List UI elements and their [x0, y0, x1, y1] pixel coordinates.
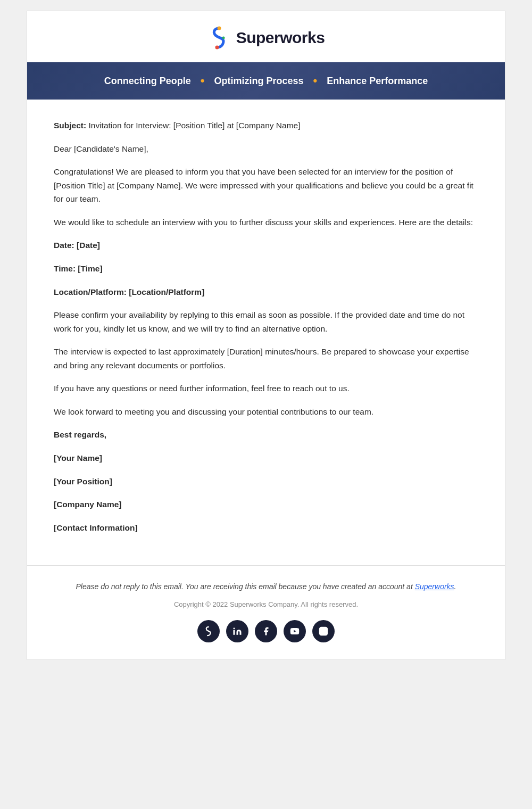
- nav-item-2: Optimizing Process: [214, 76, 303, 87]
- social-icons-row: [54, 620, 478, 642]
- para-1: Congratulations! We are pleased to infor…: [54, 165, 478, 206]
- para-3: Please confirm your availability by repl…: [54, 308, 478, 335]
- email-footer: Please do not reply to this email. You a…: [27, 566, 505, 659]
- nav-item-1: Connecting People: [104, 76, 191, 87]
- svg-point-5: [322, 630, 325, 633]
- para-4: The interview is expected to last approx…: [54, 345, 478, 372]
- footer-notice: Please do not reply to this email. You a…: [54, 581, 478, 592]
- email-header: Superworks: [27, 11, 505, 62]
- footer-notice-text: Please do not reply to this email. You a…: [76, 582, 413, 591]
- location-line: Location/Platform: [Location/Platform]: [54, 285, 478, 299]
- footer-notice-end: .: [454, 582, 456, 591]
- nav-dot-2: •: [313, 74, 317, 88]
- footer-copyright: Copyright © 2022 Superworks Company. All…: [54, 600, 478, 608]
- subject-text: Invitation for Interview: [Position Titl…: [88, 121, 300, 130]
- sender-name: [Your Name]: [54, 451, 478, 465]
- sender-company: [Company Name]: [54, 498, 478, 511]
- instagram-social-icon[interactable]: [312, 620, 335, 642]
- svg-point-1: [215, 46, 219, 49]
- nav-item-3: Enhance Performance: [327, 76, 428, 87]
- closing: Best regards,: [54, 428, 478, 442]
- para-6: We look forward to meeting you and discu…: [54, 405, 478, 419]
- para-5: If you have any questions or need furthe…: [54, 382, 478, 395]
- youtube-social-icon[interactable]: [284, 620, 306, 642]
- nav-banner: Connecting People • Optimizing Process •…: [27, 62, 505, 100]
- linkedin-social-icon[interactable]: [226, 620, 248, 642]
- time-line: Time: [Time]: [54, 262, 478, 276]
- sender-position: [Your Position]: [54, 475, 478, 489]
- subject-label: Subject:: [54, 121, 86, 130]
- superworks-social-icon[interactable]: [197, 620, 220, 642]
- superworks-logo-icon: [207, 26, 231, 49]
- footer-link[interactable]: Superworks: [415, 582, 454, 591]
- sender-contact: [Contact Information]: [54, 521, 478, 535]
- nav-dot-1: •: [201, 74, 205, 88]
- facebook-social-icon[interactable]: [255, 620, 277, 642]
- date-line: Date: [Date]: [54, 238, 478, 252]
- email-body: Subject: Invitation for Interview: [Posi…: [27, 100, 505, 560]
- svg-point-0: [217, 27, 221, 30]
- svg-point-2: [222, 37, 225, 39]
- greeting: Dear [Candidate's Name],: [54, 142, 478, 156]
- email-container: Superworks Connecting People • Optimizin…: [27, 11, 505, 660]
- para-2: We would like to schedule an interview w…: [54, 216, 478, 229]
- subject-line: Subject: Invitation for Interview: [Posi…: [54, 119, 478, 133]
- brand-name: Superworks: [236, 29, 325, 47]
